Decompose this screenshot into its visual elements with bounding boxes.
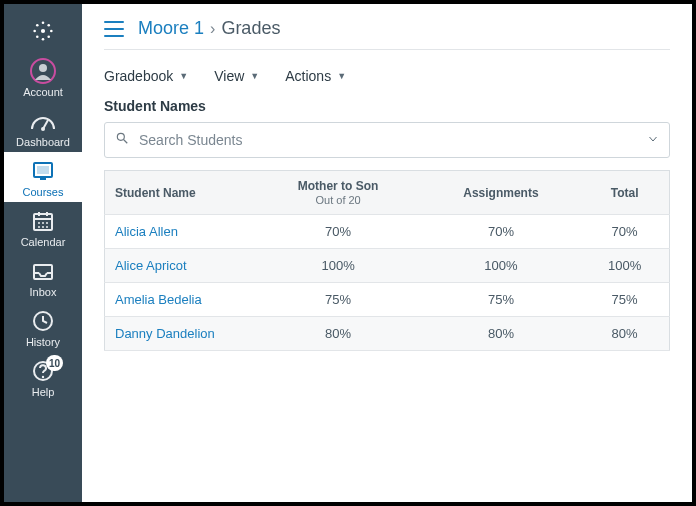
svg-point-10 — [39, 64, 47, 72]
nav-label: History — [26, 336, 60, 348]
col-total[interactable]: Total — [580, 171, 669, 215]
section-title: Student Names — [104, 98, 670, 114]
main-content: Moore 1 › Grades Gradebook ▼ View ▼ Acti… — [82, 4, 692, 502]
svg-point-0 — [41, 29, 45, 33]
user-avatar-icon — [30, 58, 56, 84]
breadcrumb-current: Grades — [221, 18, 280, 39]
grade-cell[interactable]: 75% — [422, 283, 580, 317]
grades-table: Student Name Mother to Son Out of 20 Ass… — [104, 170, 670, 351]
chevron-down-icon: ▼ — [337, 71, 346, 81]
canvas-logo-icon — [30, 18, 56, 44]
gradebook-toolbar: Gradebook ▼ View ▼ Actions ▼ — [104, 50, 670, 98]
svg-point-6 — [47, 24, 50, 27]
nav-label: Dashboard — [16, 136, 70, 148]
svg-point-31 — [42, 376, 44, 378]
svg-point-22 — [46, 222, 48, 224]
svg-point-8 — [47, 35, 50, 38]
svg-point-23 — [38, 226, 40, 228]
chevron-down-icon[interactable] — [647, 131, 659, 149]
svg-point-21 — [42, 222, 44, 224]
nav-account[interactable]: Account — [4, 52, 82, 102]
table-row: Alicia Allen 70% 70% 70% — [105, 215, 670, 249]
menu-label: View — [214, 68, 244, 84]
grade-cell[interactable]: 80% — [580, 317, 669, 351]
header: Moore 1 › Grades — [104, 14, 670, 50]
chevron-down-icon: ▼ — [250, 71, 259, 81]
actions-menu[interactable]: Actions ▼ — [285, 68, 346, 84]
student-link[interactable]: Amelia Bedelia — [115, 292, 202, 307]
breadcrumb-course-link[interactable]: Moore 1 — [138, 18, 204, 39]
table-header-row: Student Name Mother to Son Out of 20 Ass… — [105, 171, 670, 215]
nav-help[interactable]: 10 Help — [4, 352, 82, 402]
table-row: Amelia Bedelia 75% 75% 75% — [105, 283, 670, 317]
nav-label: Calendar — [21, 236, 66, 248]
global-nav: Account Dashboard Courses — [4, 4, 82, 502]
help-badge: 10 — [46, 355, 63, 371]
nav-history[interactable]: History — [4, 302, 82, 352]
svg-point-1 — [42, 21, 45, 24]
svg-point-20 — [38, 222, 40, 224]
svg-point-24 — [42, 226, 44, 228]
courses-icon — [30, 158, 56, 184]
student-link[interactable]: Alicia Allen — [115, 224, 178, 239]
nav-inbox[interactable]: Inbox — [4, 252, 82, 302]
table-row: Danny Dandelion 80% 80% 80% — [105, 317, 670, 351]
search-input[interactable] — [139, 132, 637, 148]
grade-cell[interactable]: 100% — [580, 249, 669, 283]
app-frame: Account Dashboard Courses — [0, 0, 696, 506]
grade-cell[interactable]: 80% — [422, 317, 580, 351]
svg-rect-15 — [40, 178, 46, 180]
dashboard-icon — [30, 108, 56, 134]
inbox-icon — [30, 258, 56, 284]
student-link[interactable]: Alice Apricot — [115, 258, 187, 273]
svg-point-25 — [46, 226, 48, 228]
svg-rect-14 — [37, 166, 49, 174]
course-nav-toggle[interactable] — [104, 21, 124, 37]
grade-cell[interactable]: 80% — [255, 317, 422, 351]
nav-dashboard[interactable]: Dashboard — [4, 102, 82, 152]
nav-label: Inbox — [30, 286, 57, 298]
svg-line-33 — [124, 140, 128, 144]
nav-label: Courses — [23, 186, 64, 198]
col-title: Mother to Son — [298, 179, 379, 193]
table-row: Alice Apricot 100% 100% 100% — [105, 249, 670, 283]
svg-point-4 — [50, 30, 53, 33]
grade-cell[interactable]: 70% — [422, 215, 580, 249]
svg-point-7 — [36, 35, 39, 38]
view-menu[interactable]: View ▼ — [214, 68, 259, 84]
breadcrumb: Moore 1 › Grades — [138, 18, 280, 39]
logo[interactable] — [4, 10, 82, 52]
student-link[interactable]: Danny Dandelion — [115, 326, 215, 341]
grade-cell[interactable]: 70% — [580, 215, 669, 249]
grade-cell[interactable]: 70% — [255, 215, 422, 249]
grade-cell[interactable]: 100% — [422, 249, 580, 283]
nav-label: Account — [23, 86, 63, 98]
svg-point-12 — [41, 127, 45, 131]
col-assignments[interactable]: Assignments — [422, 171, 580, 215]
grade-cell[interactable]: 75% — [255, 283, 422, 317]
svg-point-5 — [36, 24, 39, 27]
col-student-name[interactable]: Student Name — [105, 171, 255, 215]
col-assignment-1[interactable]: Mother to Son Out of 20 — [255, 171, 422, 215]
gradebook-menu[interactable]: Gradebook ▼ — [104, 68, 188, 84]
calendar-icon — [30, 208, 56, 234]
history-icon — [30, 308, 56, 334]
svg-point-2 — [42, 38, 45, 41]
menu-label: Actions — [285, 68, 331, 84]
svg-point-32 — [117, 133, 124, 140]
student-search[interactable] — [104, 122, 670, 158]
nav-courses[interactable]: Courses — [4, 152, 82, 202]
grade-cell[interactable]: 100% — [255, 249, 422, 283]
grade-cell[interactable]: 75% — [580, 283, 669, 317]
menu-label: Gradebook — [104, 68, 173, 84]
nav-label: Help — [32, 386, 55, 398]
col-subtitle: Out of 20 — [265, 194, 412, 206]
svg-point-3 — [33, 30, 36, 33]
nav-calendar[interactable]: Calendar — [4, 202, 82, 252]
breadcrumb-separator: › — [210, 20, 215, 38]
chevron-down-icon: ▼ — [179, 71, 188, 81]
search-icon — [115, 131, 129, 149]
